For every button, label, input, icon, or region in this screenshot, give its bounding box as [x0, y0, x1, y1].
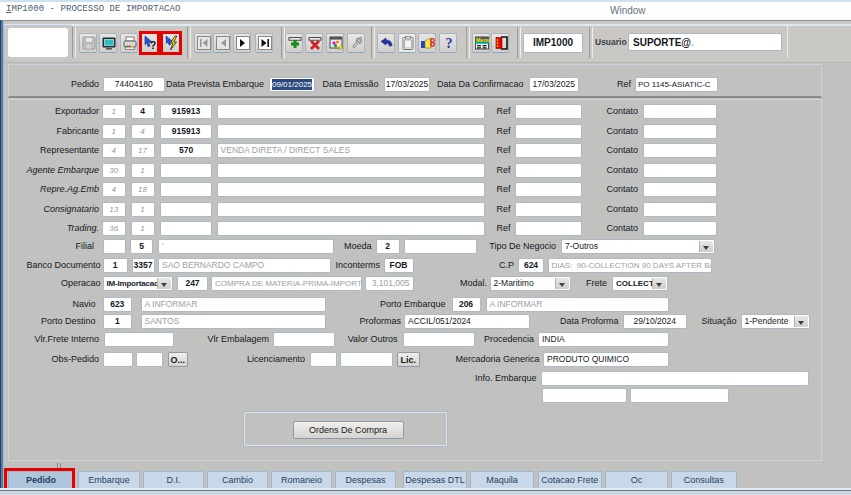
svg-text:?: ? [445, 36, 452, 51]
svg-text:Menu: Menu [476, 37, 490, 43]
